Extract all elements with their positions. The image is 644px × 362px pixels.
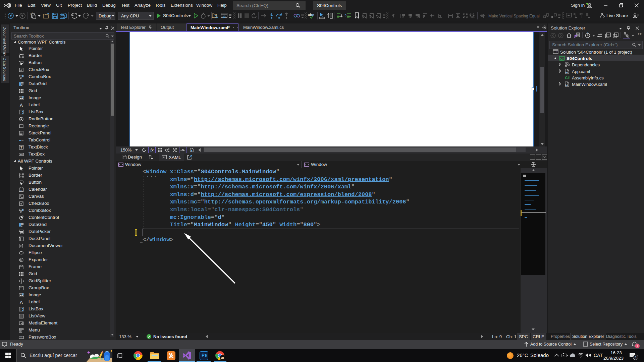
svg-text:C#: C# — [560, 57, 564, 60]
svg-text:T: T — [20, 145, 22, 149]
svg-text:A: A — [20, 300, 23, 305]
svg-text:C#: C# — [565, 76, 570, 80]
svg-text:XY: XY — [20, 286, 23, 288]
svg-text:**: ** — [20, 336, 22, 339]
svg-text:abc: abc — [308, 13, 314, 17]
svg-text:abl: abl — [20, 154, 22, 156]
svg-text:A: A — [20, 103, 23, 108]
svg-text:12: 12 — [20, 189, 22, 191]
svg-text:?: ? — [344, 14, 346, 18]
